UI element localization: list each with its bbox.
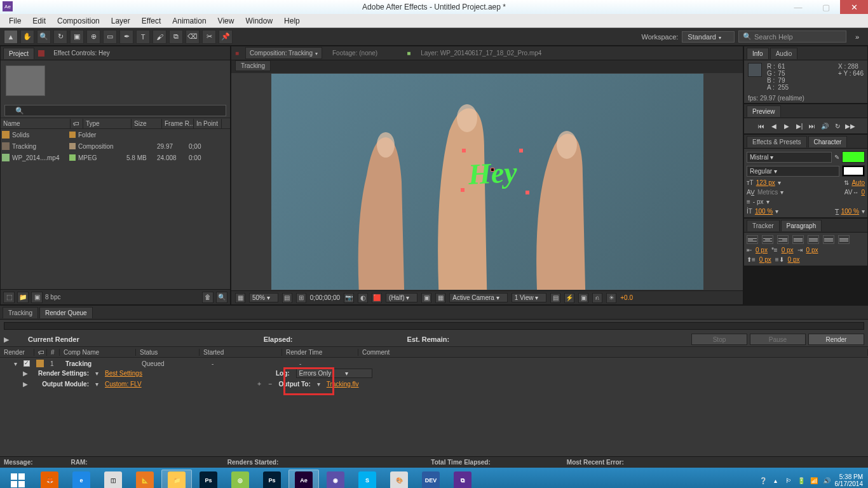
pen-tool[interactable]: ✒: [119, 30, 133, 44]
resolution-dropdown[interactable]: (Half) ▾: [386, 293, 417, 302]
selection-tool[interactable]: ▲: [4, 30, 18, 44]
taskbar-explorer[interactable]: 📁: [161, 470, 192, 488]
col-num[interactable]: #: [47, 349, 60, 356]
taskbar-bittorrent[interactable]: ◉: [320, 470, 351, 488]
new-folder-button[interactable]: 📁: [17, 292, 29, 303]
vscale-value[interactable]: 100 %: [755, 208, 773, 215]
col-type[interactable]: Type: [83, 119, 132, 128]
tab-preview[interactable]: Preview: [747, 105, 781, 117]
col-status[interactable]: Status: [136, 349, 200, 356]
justify-all-button[interactable]: [838, 235, 850, 244]
hand-tool[interactable]: ✋: [20, 30, 34, 44]
tab-effects-presets[interactable]: Effects & Presets: [747, 136, 807, 147]
anchor-point[interactable]: [491, 168, 494, 172]
timeline-button[interactable]: ▣: [578, 293, 588, 303]
ram-preview-button[interactable]: ▶▶: [846, 121, 855, 130]
fill-color-swatch[interactable]: [842, 151, 865, 163]
start-button[interactable]: [3, 468, 33, 488]
project-row-footage[interactable]: WP_2014....mp4 MPEG 5.8 MB 24.008 0:00: [1, 152, 230, 163]
stop-button[interactable]: Stop: [691, 334, 747, 345]
col-size[interactable]: Size: [132, 119, 162, 128]
eyedropper-icon[interactable]: ✎: [834, 154, 839, 161]
ruler-icon[interactable]: ⊞: [296, 293, 306, 303]
prev-frame-button[interactable]: ◀: [770, 121, 778, 130]
tab-footage[interactable]: Footage: (none): [329, 48, 381, 58]
track-point[interactable]: [462, 149, 466, 152]
close-button[interactable]: ✕: [840, 0, 868, 14]
menu-view[interactable]: View: [213, 15, 240, 27]
camera-dropdown[interactable]: Active Camera ▾: [449, 293, 507, 302]
reset-exposure-button[interactable]: ☀: [606, 293, 616, 303]
align-center-button[interactable]: [762, 235, 773, 244]
tab-layer[interactable]: Layer: WP_20140617_17_18_02_Pro.mp4: [417, 48, 545, 58]
align-right-button[interactable]: [777, 235, 789, 244]
tray-network-icon[interactable]: 📶: [810, 476, 818, 485]
tray-volume-icon[interactable]: 🔊: [822, 476, 831, 485]
tab-effect-controls[interactable]: Effect Controls: Hey: [48, 48, 115, 58]
kerning-value[interactable]: Metrics: [757, 189, 778, 196]
taskbar-firefox[interactable]: 🦊: [34, 470, 65, 488]
rect-tool[interactable]: ▭: [103, 30, 117, 44]
tray-clock[interactable]: 5:38 PM 6/17/2014: [835, 473, 864, 487]
track-point[interactable]: [526, 191, 529, 194]
audio-button[interactable]: 🔊: [820, 121, 829, 130]
tray-help-icon[interactable]: ❔: [759, 476, 768, 485]
indent-left-value[interactable]: 0 px: [756, 247, 768, 254]
output-module-link[interactable]: Custom: FLV: [105, 381, 142, 388]
view-layout-dropdown[interactable]: 1 View ▾: [512, 293, 547, 302]
tray-flag-icon[interactable]: 🏳: [784, 476, 793, 485]
justify-last-center-button[interactable]: [808, 235, 819, 244]
tab-character[interactable]: Character: [808, 136, 848, 147]
menu-edit[interactable]: Edit: [27, 15, 51, 27]
taskbar-app3[interactable]: 🎨: [384, 470, 414, 488]
last-frame-button[interactable]: ⏭: [808, 121, 817, 130]
justify-last-right-button[interactable]: [823, 235, 834, 244]
menu-file[interactable]: File: [4, 15, 26, 27]
stroke-width-value[interactable]: - px: [753, 198, 764, 205]
project-row-folder[interactable]: Solids Folder: [1, 129, 230, 140]
bpc-label[interactable]: 8 bpc: [45, 294, 60, 301]
camera-tool[interactable]: ▣: [70, 30, 84, 44]
hscale-value[interactable]: 100 %: [841, 208, 859, 215]
workspace-dropdown[interactable]: Standard: [682, 31, 735, 43]
composition-viewport[interactable]: Hey: [231, 73, 743, 290]
search-menu-icon[interactable]: »: [850, 30, 864, 44]
clone-tool[interactable]: ⧉: [169, 30, 183, 44]
taskbar-visualstudio[interactable]: ⧉: [447, 470, 478, 488]
timecode[interactable]: 0;00;00;00: [310, 294, 340, 301]
menu-layer[interactable]: Layer: [106, 15, 135, 27]
roi-button[interactable]: ▣: [421, 293, 431, 303]
tray-battery-icon[interactable]: 🔋: [797, 476, 806, 485]
col-started[interactable]: Started: [200, 349, 282, 356]
menu-window[interactable]: Window: [240, 15, 278, 27]
col-fps[interactable]: Frame R...: [162, 119, 194, 128]
interpret-footage-button[interactable]: ⬚: [3, 292, 15, 303]
rgb-icon[interactable]: 🟥: [372, 293, 382, 303]
grid-toggle[interactable]: ▦: [235, 293, 245, 303]
resolution-icon[interactable]: ▤: [282, 293, 292, 303]
tab-composition-tracking[interactable]: Composition: Tracking: [245, 47, 322, 59]
transparency-grid-button[interactable]: ▦: [435, 293, 445, 303]
search-project-button[interactable]: 🔍: [216, 292, 227, 303]
remove-output-button[interactable]: −: [269, 381, 273, 388]
col-label[interactable]: 🏷: [71, 119, 83, 128]
col-label[interactable]: 🏷: [34, 349, 47, 356]
add-output-button[interactable]: ＋: [256, 379, 262, 388]
snapshot-button[interactable]: 📷: [344, 293, 354, 303]
menu-help[interactable]: Help: [279, 15, 305, 27]
render-checkbox[interactable]: [24, 360, 30, 367]
exposure-value[interactable]: +0.0: [620, 294, 633, 301]
align-left-button[interactable]: [747, 235, 758, 244]
project-search-input[interactable]: [4, 105, 226, 116]
track-point[interactable]: [461, 188, 465, 192]
tab-info[interactable]: Info: [747, 48, 769, 59]
justify-last-left-button[interactable]: [792, 235, 804, 244]
next-frame-button[interactable]: ▶|: [795, 121, 804, 130]
pan-behind-tool[interactable]: ⊕: [86, 30, 100, 44]
col-render[interactable]: Render: [0, 349, 34, 356]
tracking-value[interactable]: 0: [861, 189, 865, 196]
stroke-color-swatch[interactable]: [842, 165, 865, 177]
render-button[interactable]: Render: [808, 334, 864, 345]
rotate-tool[interactable]: ↻: [53, 30, 67, 44]
font-style-dropdown[interactable]: Regular ▾: [747, 166, 839, 177]
